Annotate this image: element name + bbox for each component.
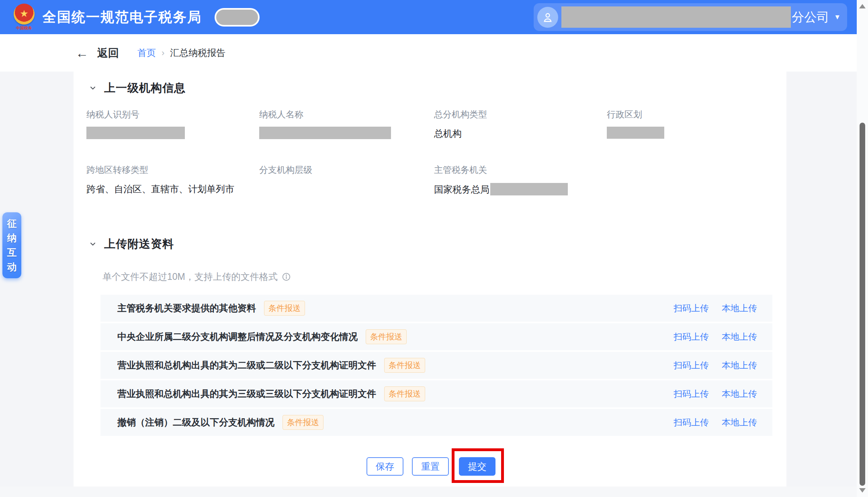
upload-actions: 扫码上传 本地上传 [674,388,757,400]
redacted-title-pill [215,8,260,27]
back-label: 返回 [97,46,119,60]
breadcrumb-home-link[interactable]: 首页 [137,47,156,59]
scroll-up-arrow-icon[interactable] [859,4,866,8]
field-branch-level: 分支机构层级 [259,164,312,183]
breadcrumb-separator: › [162,48,164,58]
conditional-badge: 条件报送 [384,358,425,373]
reset-button[interactable]: 重置 [412,457,449,476]
local-upload-link[interactable]: 本地上传 [722,359,757,372]
upload-row-license-level2-proof: 营业执照和总机构出具的其为二级或二级以下分支机构证明文件 条件报送 扫码上传 本… [100,352,772,379]
upload-actions: 扫码上传 本地上传 [674,302,757,314]
app-title: 全国统一规范电子税务局 [43,8,202,27]
conditional-badge: 条件报送 [283,415,323,430]
user-account-dropdown[interactable]: 分公司 ▼ [534,3,847,31]
form-card: 上一级机构信息 纳税人识别号 纳税人名称 总分机构类型 总机构 行政区划 跨地区… [74,72,786,487]
redacted-value [490,183,568,195]
field-label: 纳税人识别号 [86,109,185,121]
logo-caption: 中国税务 [16,25,32,31]
field-value-text: 国家税务总局 [434,184,489,195]
side-tab-char: 征 [7,216,17,231]
field-label: 主管税务机关 [434,164,568,176]
tax-emblem-logo: ★ 中国税务 [11,4,37,31]
local-upload-link[interactable]: 本地上传 [722,302,757,314]
upload-row-other-materials: 主管税务机关要求提供的其他资料 条件报送 扫码上传 本地上传 [100,295,772,322]
side-tab-char: 动 [7,260,17,274]
horizontal-scrollbar[interactable] [0,487,857,497]
upload-row-revoked-branches: 撤销（注销）二级及以下分支机构情况 条件报送 扫码上传 本地上传 [100,409,772,436]
field-org-type: 总分机构类型 总机构 [434,109,487,140]
back-arrow-icon: ← [76,47,88,60]
upload-table: 主管税务机关要求提供的其他资料 条件报送 扫码上传 本地上传 中央企业所属二级分… [100,295,772,437]
local-upload-link[interactable]: 本地上传 [722,331,757,343]
vertical-scrollbar-thumb[interactable] [860,123,865,486]
field-label: 分支机构层级 [259,164,312,176]
section-upload-header: 上传附送资料 [89,236,174,252]
upload-row-title: 中央企业所属二级分支机构调整后情况及分支机构变化情况 [117,331,358,343]
upload-hint-text: 单个文件不超过10M，支持上传的文件格式 [102,271,278,283]
upload-row-title: 主管税务机关要求提供的其他资料 [117,302,256,314]
scan-upload-link[interactable]: 扫码上传 [674,417,709,429]
upload-hint: 单个文件不超过10M，支持上传的文件格式 [102,271,291,283]
field-taxpayer-name: 纳税人名称 [259,109,391,139]
field-label: 总分机构类型 [434,109,487,121]
screen: ★ 中国税务 全国统一规范电子税务局 分公司 ▼ ← 返回 首页 › [0,0,868,497]
info-icon[interactable] [282,272,291,281]
scroll-down-arrow-icon[interactable] [859,488,866,493]
user-avatar-icon [537,7,558,28]
redacted-value [607,127,664,139]
breadcrumb-band: ← 返回 首页 › 汇总纳税报告 [0,34,857,72]
national-emblem-icon: ★ [14,4,35,25]
conditional-badge: 条件报送 [264,301,305,316]
field-label: 跨地区转移类型 [86,164,234,176]
field-label: 行政区划 [607,109,664,121]
local-upload-link[interactable]: 本地上传 [722,388,757,400]
save-button[interactable]: 保存 [366,457,403,476]
field-value: 国家税务总局 [434,183,568,196]
redacted-username [561,6,791,28]
field-value: 总机构 [434,127,487,140]
upload-row-central-branch-changes: 中央企业所属二级分支机构调整后情况及分支机构变化情况 条件报送 扫码上传 本地上… [100,323,772,350]
upload-row-title: 营业执照和总机构出具的其为二级或二级以下分支机构证明文件 [117,359,376,372]
conditional-badge: 条件报送 [384,386,425,401]
scan-upload-link[interactable]: 扫码上传 [674,302,709,314]
breadcrumb-current: 汇总纳税报告 [170,47,225,59]
field-tax-authority: 主管税务机关 国家税务总局 [434,164,568,196]
section-org-header: 上一级机构信息 [89,80,186,96]
upload-actions: 扫码上传 本地上传 [674,359,757,372]
back-button[interactable]: ← 返回 [76,46,119,60]
emblem-star-icon: ★ [20,9,29,18]
chevron-down-icon[interactable] [89,240,98,249]
field-transfer-type: 跨地区转移类型 跨省、自治区、直辖市、计划单列市 [86,164,234,195]
redacted-value [259,127,391,139]
side-tab-char: 互 [7,245,17,260]
scan-upload-link[interactable]: 扫码上传 [674,359,709,372]
footer-button-row: 保存 重置 提交 [74,457,786,476]
scan-upload-link[interactable]: 扫码上传 [674,388,709,400]
field-admin-region: 行政区划 [607,109,664,139]
breadcrumb: 首页 › 汇总纳税报告 [137,47,225,59]
chevron-down-icon[interactable] [89,84,98,92]
redacted-value [86,127,185,139]
local-upload-link[interactable]: 本地上传 [722,417,757,429]
upload-row-title: 撤销（注销）二级及以下分支机构情况 [117,416,274,429]
side-tab-char: 纳 [7,231,17,245]
company-suffix-label: 分公司 [792,9,829,26]
chevron-down-icon: ▼ [834,13,841,21]
field-taxpayer-id: 纳税人识别号 [86,109,185,139]
section-org-title: 上一级机构信息 [104,80,186,96]
scan-upload-link[interactable]: 扫码上传 [674,331,709,343]
vertical-scrollbar [857,0,868,497]
submit-button[interactable]: 提交 [459,457,495,476]
field-label: 纳税人名称 [259,109,391,121]
conditional-badge: 条件报送 [366,329,407,344]
field-value: 跨省、自治区、直辖市、计划单列市 [86,183,234,195]
upload-actions: 扫码上传 本地上传 [674,417,757,429]
upload-row-license-level3-proof: 营业执照和总机构出具的其为三级或三级以下分支机构证明文件 条件报送 扫码上传 本… [100,380,772,407]
app-header: ★ 中国税务 全国统一规范电子税务局 分公司 ▼ [0,0,857,34]
upload-row-title: 营业执照和总机构出具的其为三级或三级以下分支机构证明文件 [117,388,376,400]
upload-actions: 扫码上传 本地上传 [674,331,757,343]
section-upload-title: 上传附送资料 [104,236,174,252]
interaction-side-tab[interactable]: 征 纳 互 动 [2,212,21,278]
